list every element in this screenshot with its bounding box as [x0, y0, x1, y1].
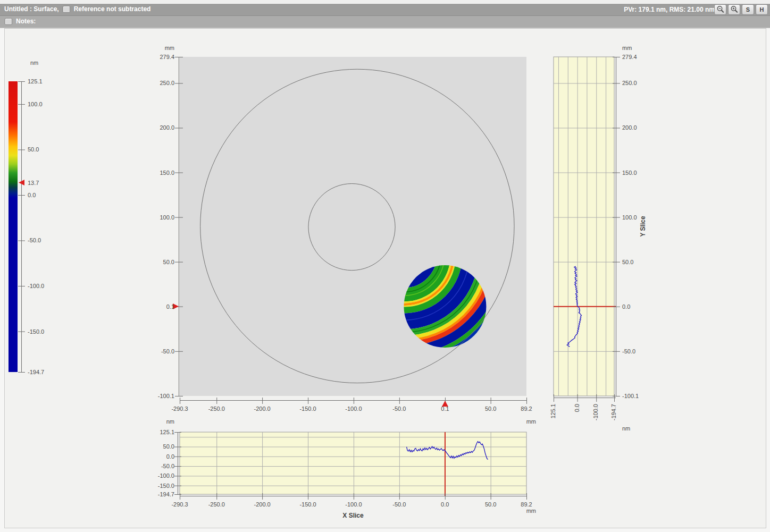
x-slice-plot-area[interactable]	[180, 432, 526, 494]
x-slice-x-tick-label: -50.0	[392, 501, 406, 508]
map-y-tick-label: 279.4	[143, 54, 174, 61]
colorbar-unit-label: nm	[30, 60, 38, 66]
map-x-tick-label: -290.3	[171, 406, 188, 412]
map-y-tick-label: 200.0	[143, 124, 174, 131]
x-slice-x-tick-label: -290.3	[171, 501, 188, 508]
map-y-tick-label: -100.1	[143, 393, 174, 400]
map-x-tick-label: -250.0	[208, 406, 225, 412]
map-y-unit-label: mm	[143, 45, 174, 52]
figure-graphics	[0, 0, 770, 532]
colorbar-tick-label: 100.0	[28, 100, 43, 107]
map-y-tick-label: 250.0	[143, 80, 174, 87]
y-slice-y-unit-label: mm	[622, 45, 632, 52]
x-slice-y-unit-label: nm	[143, 418, 174, 425]
colorbar-tick-label: 125.1	[28, 78, 43, 85]
map-y-tick-label: 50.0	[143, 258, 174, 265]
map-x-tick-label: 50.0	[485, 406, 496, 412]
x-slice-y-tick-label: 50.0	[143, 443, 174, 450]
x-slice-y-tick-label: -194.7	[143, 491, 174, 498]
x-slice-y-tick-label: -50.0	[143, 463, 174, 470]
colorbar-tick-label: -100.0	[28, 283, 44, 290]
map-x-tick-label: -50.0	[392, 406, 406, 412]
y-slice-y-tick-label: 50.0	[622, 258, 633, 265]
y-slice-x-unit-label: nm	[622, 425, 630, 432]
map-x-unit-label: mm	[504, 418, 536, 425]
x-slice-y-tick-label: 125.1	[143, 429, 174, 436]
y-slice-x-tick-label: -194.7	[610, 404, 617, 428]
x-slice-title: X Slice	[342, 512, 363, 519]
colorbar-tick-label: 50.0	[28, 146, 39, 153]
x-slice-x-tick-label: -250.0	[208, 501, 225, 508]
x-slice-x-tick-label: 50.0	[485, 501, 496, 508]
x-slice-x-tick-label: 0.0	[441, 501, 449, 508]
y-slice-y-tick-label: 0.0	[622, 303, 630, 310]
map-x-tick-label: 89.2	[521, 406, 532, 412]
colorbar-tick-label: -194.7	[28, 369, 44, 376]
map-x-tick-label: -200.0	[254, 406, 271, 412]
y-slice-y-tick-label: 100.0	[622, 214, 637, 221]
map-y-tick-label: 150.0	[143, 169, 174, 176]
y-slice-y-tick-label: 150.0	[622, 169, 637, 176]
y-slice-plot-area[interactable]	[554, 57, 614, 396]
surface-map-area[interactable]	[180, 57, 526, 396]
y-slice-y-tick-label: 200.0	[622, 124, 637, 131]
map-x-tick-label: -100.0	[345, 406, 362, 412]
colorbar-tick-label: 0.0	[28, 191, 36, 198]
x-slice-x-tick-label: -200.0	[254, 501, 271, 508]
x-slice-y-tick-label: -150.0	[143, 482, 174, 489]
y-slice-x-tick-label: -100.0	[592, 404, 599, 428]
y-slice-y-tick-label: -100.1	[622, 393, 639, 400]
map-y-tick-label: 100.0	[143, 214, 174, 221]
colorbar-gradient	[9, 81, 18, 372]
x-slice-x-tick-label: -150.0	[299, 501, 316, 508]
app-window: Untitled : Surface, Reference not subtra…	[0, 0, 770, 532]
x-slice-y-tick-label: 0.0	[143, 453, 174, 460]
map-x-tick-label: 0.1	[441, 406, 449, 412]
y-slice-y-tick-label: 250.0	[622, 80, 637, 87]
map-y-tick-label: 0.1	[143, 303, 174, 310]
colorbar-tick-label: -50.0	[28, 237, 41, 244]
y-slice-x-tick-label: 125.1	[550, 404, 557, 428]
colorbar-marker-label: 13.7	[28, 179, 39, 186]
y-slice-y-tick-label: -50.0	[622, 348, 635, 354]
map-x-tick-label: -150.0	[299, 406, 316, 412]
x-slice-x-tick-label: -100.0	[345, 501, 362, 508]
x-slice-x-unit-label: mm	[504, 508, 536, 514]
map-y-tick-label: -50.0	[143, 348, 174, 354]
y-slice-title: Y Slice	[640, 208, 647, 245]
colorbar-tick-label: -150.0	[28, 328, 44, 335]
y-slice-y-tick-label: 279.4	[622, 54, 637, 61]
x-slice-y-tick-label: -100.0	[143, 472, 174, 479]
figure-canvas: 125.1100.050.00.0-50.0-100.0-150.0-194.7…	[0, 0, 770, 532]
y-slice-x-tick-label: 0.0	[574, 404, 581, 428]
